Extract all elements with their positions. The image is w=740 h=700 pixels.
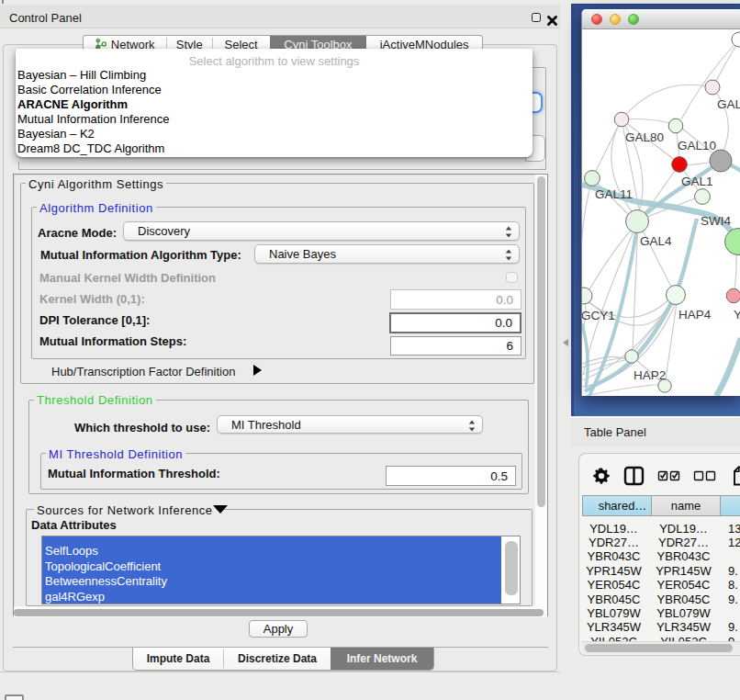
svg-text:GAL1: GAL1: [681, 175, 713, 188]
svg-text:GAL10: GAL10: [678, 139, 716, 152]
svg-text:HAP4: HAP4: [678, 308, 712, 322]
svg-text:Y: Y: [734, 308, 740, 322]
svg-text:SWI4: SWI4: [701, 214, 731, 228]
svg-text:GAL11: GAL11: [595, 187, 633, 201]
svg-text:HAP2: HAP2: [633, 368, 666, 382]
svg-text:GAL: GAL: [717, 97, 740, 111]
svg-text:GAL4: GAL4: [640, 234, 672, 248]
svg-text:GCY1: GCY1: [582, 309, 615, 322]
svg-text:GAL80: GAL80: [625, 130, 664, 144]
